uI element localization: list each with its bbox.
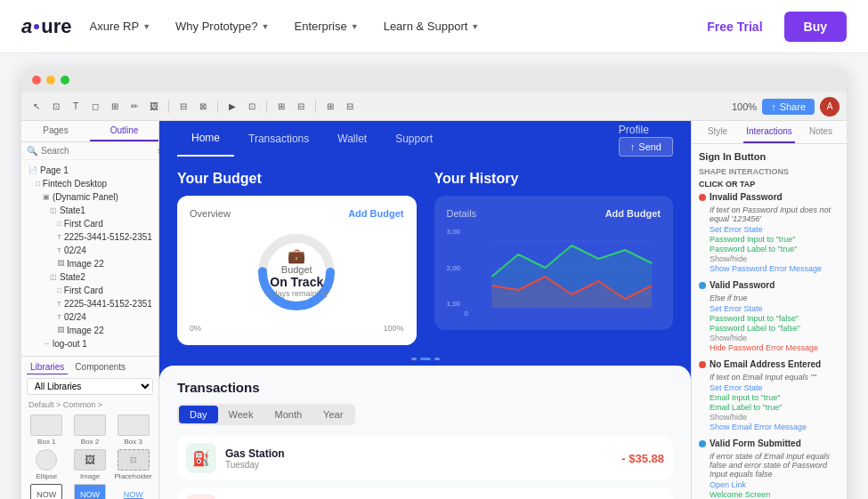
comp-button[interactable]: NOW Button (27, 484, 67, 499)
comp-link-button[interactable]: NOW Link Button (113, 484, 153, 499)
budget-section: Your Budget Overview Add Budget (177, 171, 417, 345)
list-item[interactable]: T02/24 (21, 244, 158, 257)
list-item[interactable]: ▣(Dynamic Panel) (21, 190, 158, 204)
tab-interactions[interactable]: Interactions (743, 121, 795, 143)
nav-item-axure-rp[interactable]: Axure RP ▼ (79, 12, 162, 40)
align-left-icon[interactable]: ⊞ (273, 99, 289, 115)
interaction-body-4: If error state of Email Input equals fal… (699, 452, 840, 499)
distribute-tool-icon[interactable]: ⊠ (195, 99, 211, 115)
app-nav-support[interactable]: Support (381, 121, 447, 157)
action-pw-input-true: Password Input to "true" (710, 235, 840, 244)
app-nav-home[interactable]: Home (177, 121, 234, 157)
valid-form-dot (699, 440, 706, 447)
list-item[interactable]: ◫State1 (21, 204, 158, 217)
comp-primary-button[interactable]: NOW Primary Button (70, 484, 110, 499)
zoom-expand-icon[interactable]: ⊡ (244, 99, 260, 115)
list-item[interactable]: 🖼Image 22 (21, 324, 158, 337)
comp-box2[interactable]: Box 2 (70, 414, 110, 446)
condition-4: If error state of Email Input equals fal… (710, 452, 840, 479)
filter-year[interactable]: Year (312, 406, 353, 423)
tab-style[interactable]: Style (692, 121, 743, 143)
text-tool-icon[interactable]: T (68, 99, 84, 115)
pen-tool-icon[interactable]: ✏ (126, 99, 142, 115)
interaction-body-2: Else if true Set Error State Password In… (699, 294, 840, 352)
list-item[interactable]: T2225-3441-5152-2351 (21, 230, 158, 244)
list-item[interactable]: T02/24 (21, 310, 158, 324)
zoom-level: 100% (732, 101, 757, 112)
comp-ellipse[interactable]: Ellipse (27, 449, 67, 480)
lib-subtitle: Default > Common > (21, 398, 158, 411)
logout-icon: → (43, 340, 50, 348)
txn-date-gas: Tuesday (225, 460, 612, 470)
connect-tool-icon[interactable]: ⊞ (107, 99, 123, 115)
dot-2[interactable] (420, 358, 431, 360)
tab-notes[interactable]: Notes (795, 121, 847, 143)
set-error-state-2: Set Error State (710, 304, 840, 313)
state-icon: ◫ (50, 273, 57, 281)
comp-placeholder[interactable]: ⊡ Placeholder (113, 449, 153, 480)
pointer-tool-icon[interactable]: ↖ (28, 99, 45, 115)
tab-outline[interactable]: Outline (90, 121, 158, 141)
transaction-list: ⛽ Gas Station Tuesday - $35.88 🛍 (177, 436, 673, 499)
grid-icon[interactable]: ⊞ (322, 99, 338, 115)
share-button[interactable]: ↑ Share (762, 99, 815, 115)
app-toolbar: ↖ ⊡ T ◻ ⊞ ✏ 🖼 ⊟ ⊠ ▶ ⊡ ⊞ ⊟ ⊞ ⊟ 100% ↑ Sha… (21, 93, 847, 121)
center-panel: Home Transactions Wallet Support Profile… (159, 121, 691, 499)
list-item[interactable]: □Fintech Desktop (21, 177, 158, 190)
toolbar-sep-1 (168, 101, 169, 113)
filter-week[interactable]: Week (218, 406, 264, 423)
top-nav: aure Axure RP ▼ Why Prototype? ▼ Enterpr… (0, 0, 868, 53)
action-email-input-true: Email Input to "true" (710, 393, 840, 402)
send-button[interactable]: ↑ Send (619, 137, 673, 157)
nav-item-learn-support[interactable]: Learn & Support ▼ (373, 12, 491, 40)
list-item[interactable]: □First Card (21, 217, 158, 230)
text-icon: T (57, 246, 61, 254)
user-avatar[interactable]: A (820, 97, 840, 117)
align-right-icon[interactable]: ⊟ (293, 99, 309, 115)
table-row: ⛽ Gas Station Tuesday - $35.88 (177, 436, 673, 480)
list-item[interactable]: 🖼Image 22 (21, 257, 158, 270)
buy-button[interactable]: Buy (784, 12, 847, 42)
image-tool-icon[interactable]: 🖼 (146, 99, 162, 115)
list-item[interactable]: →log-out 1 (21, 337, 158, 350)
dot-1[interactable] (411, 358, 417, 360)
ruler-icon[interactable]: ⊟ (342, 99, 358, 115)
comp-image[interactable]: 🖼 Image (70, 449, 110, 480)
interactions-title: Sign In Button (699, 151, 840, 162)
tab-libraries[interactable]: Libraries (27, 360, 68, 374)
list-item[interactable]: ◫State2 (21, 270, 158, 284)
nav-item-enterprise[interactable]: Enterprise ▼ (283, 12, 369, 40)
dot-3[interactable] (434, 358, 440, 360)
align-tool-icon[interactable]: ⊟ (175, 99, 191, 115)
search-input[interactable] (41, 146, 154, 156)
history-add-link[interactable]: Add Budget (605, 208, 661, 219)
comp-box1[interactable]: Box 1 (27, 414, 67, 446)
list-item[interactable]: □First Card (21, 284, 158, 297)
comp-box3[interactable]: Box 3 (113, 414, 153, 446)
lib-select[interactable]: All Libraries (27, 378, 153, 395)
list-item[interactable]: T2225-3441-5152-2351 (21, 297, 158, 310)
nav-item-why-prototype[interactable]: Why Prototype? ▼ (165, 12, 280, 40)
app-nav-wallet[interactable]: Wallet (323, 121, 381, 157)
preview-icon[interactable]: ▶ (224, 99, 240, 115)
filter-day[interactable]: Day (179, 406, 218, 423)
trigger-valid-form: Valid Form Submitted (699, 439, 840, 448)
interaction-no-email: No Email Address Entered If text on Emai… (699, 359, 840, 431)
filter-month[interactable]: Month (264, 406, 312, 423)
txn-amount-gas: - $35.88 (621, 452, 664, 465)
free-trial-button[interactable]: Free Trial (696, 12, 773, 41)
frame-tool-icon[interactable]: ⊡ (48, 99, 64, 115)
app-nav-transactions[interactable]: Transactions (234, 121, 323, 157)
tab-components[interactable]: Components (71, 360, 129, 374)
tab-pages[interactable]: Pages (21, 121, 90, 141)
transactions-title: Transactions (177, 380, 673, 395)
list-item[interactable]: 📄Page 1 (21, 164, 158, 177)
pagination-dots (159, 352, 691, 366)
main-area: ↖ ⊡ T ◻ ⊞ ✏ 🖼 ⊟ ⊠ ▶ ⊡ ⊞ ⊟ ⊞ ⊟ 100% ↑ Sha… (0, 53, 868, 499)
add-budget-link[interactable]: Add Budget (348, 208, 403, 219)
set-error-state-1: Set Error State (710, 225, 840, 234)
close-dot (32, 76, 41, 85)
click-or-tap-label: CLICK OR TAP (699, 180, 840, 189)
gas-station-icon: ⛽ (186, 443, 216, 473)
shape-tool-icon[interactable]: ◻ (87, 99, 103, 115)
